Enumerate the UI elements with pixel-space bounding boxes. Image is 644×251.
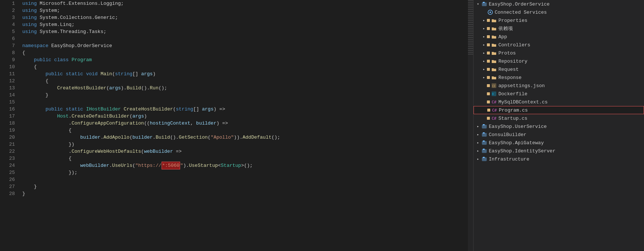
tree-item-program[interactable]: C#Program.cs <box>474 106 644 114</box>
tree-icon-folder <box>491 42 497 48</box>
tree-item-connected-services[interactable]: Connected Services <box>474 8 644 16</box>
lock-icon <box>487 84 490 87</box>
tree-item-startup[interactable]: C#Startup.cs <box>474 114 644 122</box>
editor-gutter <box>468 0 473 251</box>
code-content[interactable]: using Microsoft.Extensions.Logging;using… <box>19 0 468 251</box>
lock-icon <box>487 35 490 38</box>
code-line: builder.AddApollo(builder.Build().GetSec… <box>22 134 468 141</box>
tree-label-mysqldbcontext: MySqlDBContext.cs <box>498 99 548 105</box>
code-line: using Microsoft.Extensions.Logging; <box>22 0 468 7</box>
tree-item-order-service[interactable]: EasyShop.OrderService <box>474 0 644 8</box>
svg-rect-5 <box>492 28 496 31</box>
tree-item-repository[interactable]: Repository <box>474 57 644 65</box>
tree-arrow[interactable] <box>475 1 481 7</box>
tree-label-response: Response <box>498 75 521 80</box>
tree-icon-folder <box>491 50 497 56</box>
tree-arrow[interactable] <box>475 156 481 162</box>
lock-icon <box>487 76 490 79</box>
tree-arrow[interactable] <box>475 132 481 138</box>
tree-item-api-gateway[interactable]: EasyShop.ApiGateway <box>474 139 644 147</box>
tree-label-user-service: EasyShop.UserService <box>489 124 547 129</box>
tree-item-properties[interactable]: Properties <box>474 16 644 24</box>
lock-icon <box>487 109 490 112</box>
code-line: using System; <box>22 7 468 14</box>
tree-item-user-service[interactable]: EasyShop.UserService <box>474 122 644 131</box>
code-line: { <box>22 77 468 85</box>
tree-item-dependencies[interactable]: 依赖项 <box>474 24 644 33</box>
solution-explorer[interactable]: EasyShop.OrderServiceConnected ServicesP… <box>473 0 644 251</box>
tree-label-protos: Protos <box>498 50 516 56</box>
code-line: { <box>22 155 468 162</box>
svg-rect-4 <box>492 20 496 23</box>
tree-icon-docker: D <box>491 91 497 97</box>
code-line: public class Program <box>22 56 468 63</box>
tree-item-dockerfile[interactable]: DDockerfile <box>474 90 644 98</box>
tree-arrow[interactable] <box>481 75 487 80</box>
lock-icon <box>487 52 490 55</box>
line-numbers: 1234567891011121314151617181920212223242… <box>0 0 19 251</box>
lock-icon <box>487 117 490 120</box>
tree-arrow[interactable] <box>481 26 487 32</box>
tree-arrow[interactable] <box>481 9 487 15</box>
tree-icon-project <box>481 132 488 138</box>
tree-arrow[interactable] <box>481 17 487 23</box>
code-line: } <box>22 190 468 197</box>
svg-rect-17 <box>483 124 485 125</box>
tree-arrow[interactable] <box>481 99 487 105</box>
svg-rect-23 <box>483 149 485 150</box>
tree-item-appsettings[interactable]: {}appsettings.json <box>474 82 644 90</box>
tree-arrow[interactable] <box>481 66 487 72</box>
tree-label-properties: Properties <box>498 18 527 23</box>
tree-icon-folder <box>491 75 497 80</box>
tree-item-identity-server[interactable]: EasyShop.IdentityServer <box>474 147 644 155</box>
tree-item-response[interactable]: Response <box>474 73 644 82</box>
code-line: { <box>22 49 468 56</box>
lock-icon <box>487 60 490 63</box>
tree-label-controllers: Controllers <box>498 42 530 48</box>
code-line <box>22 99 468 106</box>
svg-rect-0 <box>482 3 487 6</box>
svg-text:{}: {} <box>492 85 495 87</box>
tree-item-app[interactable]: App <box>474 33 644 41</box>
tree-arrow[interactable] <box>481 50 487 56</box>
tree-item-consul-builder[interactable]: ConsulBuilder <box>474 131 644 139</box>
svg-text:D: D <box>492 93 494 96</box>
tree-arrow[interactable] <box>475 148 481 154</box>
tree-arrow[interactable] <box>481 91 487 97</box>
svg-rect-18 <box>482 133 487 136</box>
tree-arrow[interactable] <box>481 83 487 89</box>
svg-rect-10 <box>492 69 496 72</box>
code-line: .ConfigureWebHostDefaults(webBuilder => <box>22 148 468 155</box>
tree-icon-project <box>481 156 488 162</box>
tree-arrow[interactable] <box>475 140 481 146</box>
tree-label-program: Program.cs <box>499 108 528 113</box>
code-line: }); <box>22 169 468 176</box>
tree-icon-project <box>481 148 488 154</box>
tree-label-dependencies: 依赖项 <box>498 25 513 32</box>
svg-rect-8 <box>492 53 496 55</box>
tree-arrow[interactable] <box>481 107 487 113</box>
tree-arrow[interactable] <box>481 115 487 121</box>
tree-label-infrastructure: Infrastructure <box>489 156 529 162</box>
tree-arrow[interactable] <box>481 58 487 64</box>
svg-rect-25 <box>483 157 485 158</box>
tree-label-request: Request <box>498 67 519 72</box>
tree-icon-connected <box>487 9 494 15</box>
code-line: CreateHostBuilder(args).Build().Run(); <box>22 85 468 92</box>
code-line: } <box>22 183 468 190</box>
tree-label-api-gateway: EasyShop.ApiGateway <box>489 140 544 146</box>
tree-item-protos[interactable]: Protos <box>474 49 644 57</box>
tree-arrow[interactable] <box>475 123 481 129</box>
tree-arrow[interactable] <box>481 34 487 40</box>
tree-item-infrastructure[interactable]: Infrastructure <box>474 155 644 163</box>
lock-icon <box>487 27 490 30</box>
tree-item-mysqldbcontext[interactable]: C#MySqlDBContext.cs <box>474 98 644 106</box>
lock-icon <box>487 100 490 103</box>
tree-arrow[interactable] <box>481 42 487 48</box>
tree-icon-folder <box>491 34 497 40</box>
tree-item-controllers[interactable]: Controllers <box>474 41 644 49</box>
tree-item-request[interactable]: Request <box>474 65 644 73</box>
svg-rect-7 <box>492 44 496 47</box>
code-line: using System.Collections.Generic; <box>22 14 468 21</box>
tree-icon-json: {} <box>491 83 497 89</box>
